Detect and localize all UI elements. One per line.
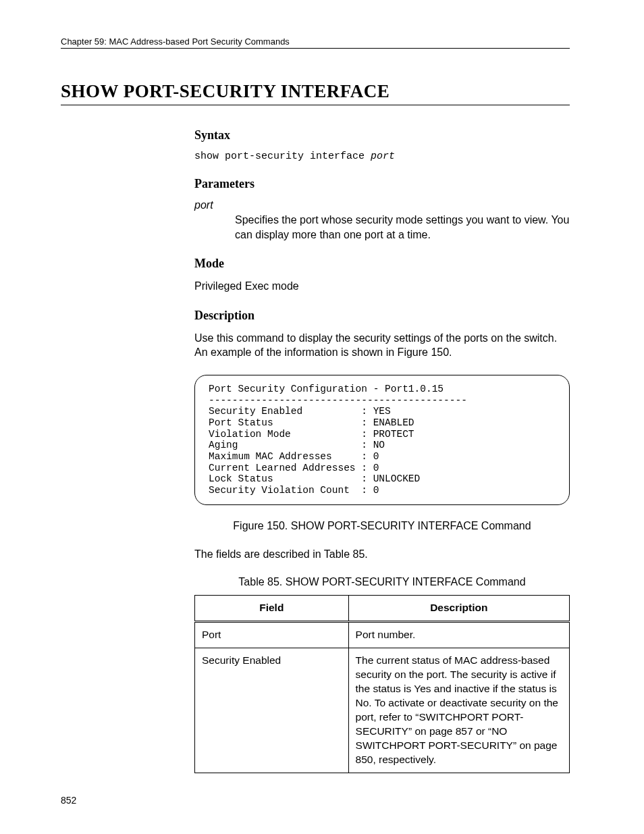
output-box: Port Security Configuration - Port1.0.15…	[194, 375, 570, 505]
field-table: Field Description Port Port number. Secu…	[194, 595, 570, 773]
description-heading: Description	[194, 309, 570, 323]
syntax-arg: port	[371, 151, 395, 162]
syntax-line: show port-security interface port	[194, 151, 570, 162]
page-title: SHOW PORT-SECURITY INTERFACE	[61, 81, 570, 102]
syntax-command: show port-security interface	[194, 151, 371, 162]
parameters-heading: Parameters	[194, 177, 570, 191]
table-header-row: Field Description	[195, 596, 570, 622]
td-field: Port	[195, 622, 349, 648]
title-rule	[61, 105, 570, 105]
param-name: port	[194, 199, 570, 211]
chapter-rule	[61, 48, 570, 49]
table-row: Security Enabled The current status of M…	[195, 648, 570, 773]
td-description: The current status of MAC address-based …	[348, 648, 569, 773]
table-row: Port Port number.	[195, 622, 570, 648]
mode-text: Privileged Exec mode	[194, 279, 570, 294]
syntax-heading: Syntax	[194, 128, 570, 142]
page-number: 852	[61, 795, 76, 806]
description-text: Use this command to display the security…	[194, 331, 570, 360]
param-description: Specifies the port whose security mode s…	[235, 213, 570, 242]
chapter-header: Chapter 59: MAC Address-based Port Secur…	[61, 36, 570, 47]
th-description: Description	[348, 596, 569, 622]
td-field: Security Enabled	[195, 648, 349, 773]
th-field: Field	[195, 596, 349, 622]
after-figure-text: The fields are described in Table 85.	[194, 547, 570, 562]
table-caption: Table 85. SHOW PORT-SECURITY INTERFACE C…	[194, 576, 570, 588]
mode-heading: Mode	[194, 257, 570, 271]
figure-caption: Figure 150. SHOW PORT-SECURITY INTERFACE…	[194, 520, 570, 532]
td-description: Port number.	[348, 622, 569, 648]
